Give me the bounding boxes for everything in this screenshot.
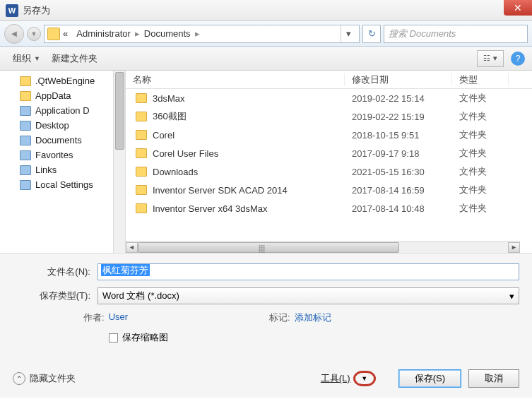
content-area: .QtWebEngineAppDataApplication DDesktopD… xyxy=(0,71,532,253)
view-mode-button[interactable]: ☷ ▾ xyxy=(477,50,504,67)
breadcrumb-dropdown[interactable]: ▾ xyxy=(341,25,356,42)
scroll-right-button[interactable]: ► xyxy=(508,242,520,253)
filename-label: 文件名(N): xyxy=(13,266,97,278)
breadcrumb-sep-icon[interactable]: ▸ xyxy=(195,28,200,39)
titlebar: W 另存为 ✕ xyxy=(0,0,532,21)
file-name: 3dsMax xyxy=(153,93,185,104)
organize-menu[interactable]: 组织▼ xyxy=(7,49,46,68)
file-type: 文件夹 xyxy=(452,184,509,196)
folder-icon xyxy=(20,136,31,145)
cancel-button[interactable]: 取消 xyxy=(468,369,519,388)
scrollbar-thumb[interactable] xyxy=(138,242,399,253)
tag-value[interactable]: 添加标记 xyxy=(295,311,331,324)
file-row[interactable]: 360截图2019-02-22 15:19文件夹 xyxy=(126,107,532,126)
tree-item-label: Application D xyxy=(35,105,90,116)
file-row[interactable]: Inventor Server SDK ACAD 20142017-08-14 … xyxy=(126,181,532,199)
tree-item[interactable]: .QtWebEngine xyxy=(0,73,125,88)
folder-icon xyxy=(136,93,147,103)
breadcrumb[interactable]: « Administrator ▸ Documents ▸ ▾ xyxy=(44,25,360,43)
filetype-select[interactable]: Word 文档 (*.docx)▾ xyxy=(97,287,519,304)
column-header-name[interactable]: 名称 xyxy=(126,73,345,86)
column-header-date[interactable]: 修改日期 xyxy=(345,73,452,86)
file-date: 2017-08-14 16:59 xyxy=(345,185,452,196)
filetype-label: 保存类型(T): xyxy=(13,290,97,302)
back-icon: ◄ xyxy=(10,28,19,39)
help-button[interactable]: ? xyxy=(511,52,525,66)
tools-menu[interactable]: 工具(L) xyxy=(321,372,350,385)
thumbnail-checkbox[interactable] xyxy=(109,333,118,342)
tree-item[interactable]: Favorites xyxy=(0,148,125,162)
tree-item[interactable]: Documents xyxy=(0,133,125,148)
file-row[interactable]: Downloads2021-05-15 16:30文件夹 xyxy=(126,162,532,181)
chevron-down-icon: ▼ xyxy=(31,30,37,37)
breadcrumb-sep-icon[interactable]: ▸ xyxy=(135,28,140,39)
form-area: 文件名(N): 枫红菊芬芳 保存类型(T): Word 文档 (*.docx)▾… xyxy=(0,253,532,364)
thumbnail-label: 保存缩略图 xyxy=(122,331,168,344)
folder-icon xyxy=(136,130,147,140)
tree-item[interactable]: Desktop xyxy=(0,118,125,133)
folder-icon xyxy=(20,121,31,131)
horizontal-scrollbar[interactable]: ◄ ► xyxy=(126,241,520,253)
folder-icon xyxy=(20,150,31,160)
tree-item-label: AppData xyxy=(35,90,71,101)
history-dropdown[interactable]: ▼ xyxy=(27,27,41,41)
back-button[interactable]: ◄ xyxy=(4,24,24,44)
file-date: 2019-02-22 15:14 xyxy=(345,93,452,104)
folder-icon xyxy=(20,76,31,86)
folder-icon xyxy=(20,180,31,190)
file-date: 2021-05-15 16:30 xyxy=(345,167,452,177)
tools-dropdown-highlighted[interactable]: ▼ xyxy=(353,371,376,386)
save-button[interactable]: 保存(S) xyxy=(398,369,461,388)
bottom-bar: ⌃ 隐藏文件夹 工具(L) ▼ 保存(S) 取消 xyxy=(0,364,532,398)
file-row[interactable]: Corel2018-10-15 9:51文件夹 xyxy=(126,126,532,144)
tag-label: 标记: xyxy=(269,311,290,324)
sidebar-scrollbar[interactable] xyxy=(113,71,125,253)
filename-input[interactable]: 枫红菊芬芳 xyxy=(97,263,519,280)
close-button[interactable]: ✕ xyxy=(504,0,532,16)
folder-icon xyxy=(136,185,147,195)
scroll-left-button[interactable]: ◄ xyxy=(126,242,138,253)
file-type: 文件夹 xyxy=(452,92,509,105)
file-date: 2018-10-15 9:51 xyxy=(345,130,452,141)
tree-item[interactable]: AppData xyxy=(0,88,125,103)
file-name: Inventor Server x64 3dsMax xyxy=(153,203,268,214)
file-name: Corel User Files xyxy=(153,148,218,159)
file-row[interactable]: Inventor Server x64 3dsMax2017-08-14 10:… xyxy=(126,199,532,218)
scrollbar-thumb[interactable] xyxy=(115,72,124,150)
view-icon: ☷ ▾ xyxy=(483,54,497,63)
file-type: 文件夹 xyxy=(452,110,509,123)
file-type: 文件夹 xyxy=(452,129,509,141)
hide-folders-button[interactable]: ⌃ 隐藏文件夹 xyxy=(13,372,76,385)
close-icon: ✕ xyxy=(514,2,522,13)
file-type: 文件夹 xyxy=(452,202,509,215)
refresh-button[interactable]: ↻ xyxy=(362,25,381,43)
author-value[interactable]: User xyxy=(109,311,128,324)
refresh-icon: ↻ xyxy=(368,28,376,39)
tree-item-label: Documents xyxy=(35,135,82,145)
tree-item[interactable]: Links xyxy=(0,162,125,177)
folder-icon xyxy=(20,165,31,175)
tree-item-label: .QtWebEngine xyxy=(35,76,95,86)
tree-item[interactable]: Local Settings xyxy=(0,177,125,192)
nav-bar: ◄ ▼ « Administrator ▸ Documents ▸ ▾ ↻ 搜索… xyxy=(0,21,532,47)
breadcrumb-seg[interactable]: Administrator xyxy=(76,28,131,39)
new-folder-button[interactable]: 新建文件夹 xyxy=(46,49,103,68)
folder-tree: .QtWebEngineAppDataApplication DDesktopD… xyxy=(0,71,126,253)
file-name: Inventor Server SDK ACAD 2014 xyxy=(153,185,288,196)
tree-item-label: Favorites xyxy=(35,150,73,160)
folder-icon xyxy=(20,91,31,101)
file-name: Downloads xyxy=(153,167,198,177)
toolbar: 组织▼ 新建文件夹 ☷ ▾ ? xyxy=(0,47,532,71)
column-header-type[interactable]: 类型 xyxy=(452,73,509,86)
folder-icon xyxy=(136,148,147,158)
file-row[interactable]: Corel User Files2017-09-17 9:18文件夹 xyxy=(126,144,532,162)
file-row[interactable]: 3dsMax2019-02-22 15:14文件夹 xyxy=(126,89,532,107)
collapse-icon: ⌃ xyxy=(13,372,25,385)
tree-item-label: Desktop xyxy=(35,120,69,131)
tree-item[interactable]: Application D xyxy=(0,103,125,118)
file-date: 2017-09-17 9:18 xyxy=(345,148,452,159)
window-title: 另存为 xyxy=(23,4,50,17)
breadcrumb-seg[interactable]: Documents xyxy=(144,28,191,39)
chevron-down-icon: ▾ xyxy=(346,28,351,39)
search-input[interactable]: 搜索 Documents xyxy=(384,25,528,43)
